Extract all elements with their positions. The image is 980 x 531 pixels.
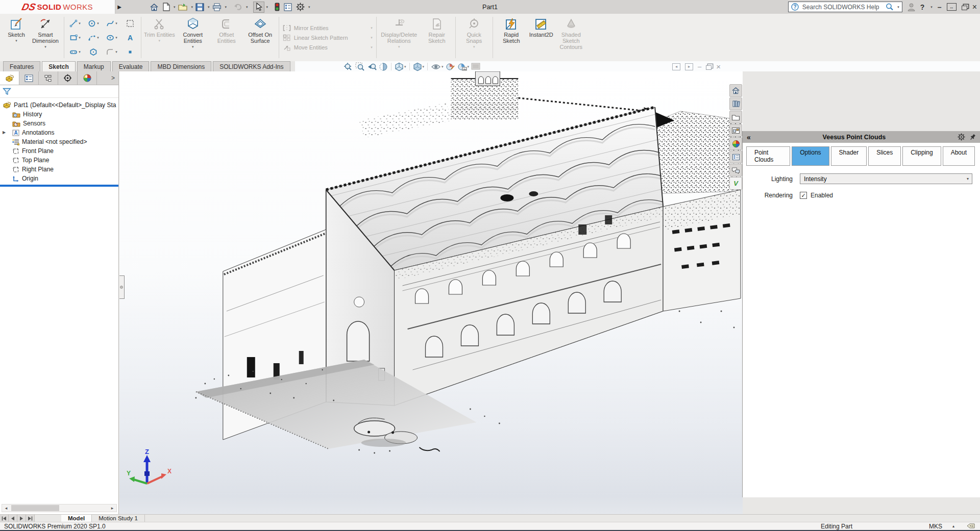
display-style-button[interactable]: ▾ (413, 62, 425, 71)
slot-caret[interactable]: ▾ (79, 50, 81, 54)
restore-button[interactable]: ↔ (947, 3, 957, 11)
spline-tool[interactable]: ▾ (103, 16, 121, 31)
slot-tool[interactable]: ▾ (66, 45, 84, 59)
rectangle-tool[interactable]: ▾ (66, 31, 84, 45)
feature-tree-hscrollbar[interactable]: ◂ ▸ (2, 504, 117, 512)
doc-restore-button[interactable] (706, 65, 712, 70)
line-tool[interactable]: ▾ (66, 16, 84, 31)
home-button[interactable] (148, 2, 160, 13)
circle-caret[interactable]: ▾ (97, 21, 99, 26)
tree-item-front-plane[interactable]: Front Plane (0, 146, 118, 156)
tab-markup[interactable]: Markup (77, 61, 111, 71)
tab-point-clouds[interactable]: Point Clouds (746, 146, 790, 166)
tab-mbd-dimensions[interactable]: MBD Dimensions (151, 61, 211, 71)
apply-scene-caret[interactable]: ▾ (468, 65, 470, 69)
smart-dimension-caret[interactable]: ▾ (44, 45, 46, 49)
menu-flyout-button[interactable]: ▶ (115, 4, 124, 10)
tree-item-annotations[interactable]: ▶ A Annotations (0, 128, 118, 137)
taskpane-view-palette-button[interactable] (729, 124, 742, 137)
panel-splitter-handle[interactable] (119, 275, 125, 299)
search-box[interactable]: ? ▾ (788, 2, 902, 12)
close-button[interactable]: × (972, 3, 977, 12)
point-tool[interactable] (121, 45, 139, 59)
pane-right-button[interactable]: ▸ (685, 63, 693, 70)
display-style-caret[interactable]: ▾ (423, 65, 425, 69)
units-caret-icon[interactable]: ▴ (952, 524, 954, 528)
view-orientation-caret[interactable]: ▾ (404, 65, 406, 69)
select-caret[interactable]: ▾ (266, 5, 268, 9)
save-button[interactable] (194, 2, 206, 13)
print-caret[interactable]: ▾ (225, 5, 227, 9)
tab-solidworks-add-ins[interactable]: SOLIDWORKS Add-Ins (213, 61, 290, 71)
tree-root-part[interactable]: Part1 (Default<<Default>_Display Sta (0, 100, 118, 110)
convert-caret[interactable]: ▾ (192, 45, 194, 49)
tree-item-right-plane[interactable]: Right Plane (0, 165, 118, 174)
sketch-picture-tool[interactable] (121, 16, 139, 31)
propertymanager-tab[interactable] (19, 71, 39, 85)
dimxpertmanager-tab[interactable] (58, 71, 78, 85)
rectangle-caret[interactable]: ▾ (79, 36, 81, 40)
tree-item-top-plane[interactable]: Top Plane (0, 156, 118, 165)
taskpane-file-explorer-button[interactable] (729, 111, 742, 123)
polygon-tool[interactable] (84, 45, 103, 59)
minimize-button[interactable]: – (938, 3, 942, 11)
doc-minimize-button[interactable]: – (698, 63, 701, 70)
pane-left-button[interactable]: ◂ (672, 63, 680, 70)
undo-button[interactable] (232, 2, 244, 13)
tab-options[interactable]: Options (792, 146, 829, 166)
text-tool[interactable]: A (121, 31, 139, 45)
fillet-tool[interactable]: ▾ (103, 45, 121, 59)
convert-entities-button[interactable]: Convert Entities ▾ (177, 14, 209, 61)
point-cloud-model[interactable] (119, 71, 743, 514)
new-file-button[interactable] (161, 2, 172, 13)
taskpane-veesus-button[interactable]: V (729, 177, 742, 190)
spline-caret[interactable]: ▾ (115, 21, 117, 26)
previous-view-button[interactable] (367, 62, 377, 71)
tree-item-history[interactable]: History (0, 110, 118, 119)
open-file-caret[interactable]: ▾ (191, 5, 193, 9)
zoom-fit-button[interactable] (344, 62, 353, 71)
tab-about[interactable]: About (943, 146, 975, 166)
hide-show-items-button[interactable]: ▾ (431, 63, 444, 71)
graphics-viewport[interactable]: Z X Y V (119, 71, 743, 514)
arc-caret[interactable]: ▾ (97, 36, 99, 40)
edit-appearance-button[interactable] (446, 62, 455, 71)
undo-caret[interactable]: ▾ (246, 5, 248, 9)
lighting-select[interactable]: Intensity ▾ (800, 173, 972, 184)
motion-study-tab[interactable]: Motion Study 1 (92, 515, 145, 522)
prev-tab-button[interactable] (9, 515, 17, 522)
ellipse-tool[interactable]: ▾ (103, 31, 121, 45)
select-button[interactable] (253, 2, 264, 13)
instant2d-button[interactable]: Instant2D (529, 14, 553, 61)
expand-tabs-button[interactable]: > (97, 71, 118, 85)
model-tab[interactable]: Model (61, 515, 92, 522)
rebuild-button[interactable] (273, 2, 281, 13)
file-properties-button[interactable] (282, 2, 293, 13)
help-caret[interactable]: ▾ (930, 5, 933, 9)
options-caret[interactable]: ▾ (308, 5, 310, 9)
taskpane-custom-properties-button[interactable] (729, 150, 742, 163)
offset-on-surface-button[interactable]: Offset On Surface (244, 14, 276, 61)
search-caret[interactable]: ▾ (897, 5, 899, 9)
open-file-button[interactable] (177, 2, 189, 13)
apply-scene-button[interactable]: ▾ (457, 62, 470, 71)
first-tab-button[interactable] (0, 515, 9, 522)
arc-tool[interactable]: ▾ (84, 31, 103, 45)
configurationmanager-tab[interactable] (39, 71, 58, 85)
last-tab-button[interactable] (26, 515, 35, 522)
circle-tool[interactable]: ▾ (84, 16, 103, 31)
rendering-enabled-checkbox[interactable]: ✓ (800, 192, 807, 199)
expander-icon[interactable]: ▶ (3, 130, 6, 135)
section-view-button[interactable] (379, 62, 388, 71)
smart-dimension-button[interactable]: Smart Dimension ▾ (30, 14, 61, 61)
sketch-caret[interactable]: ▾ (15, 39, 17, 43)
cascade-windows-button[interactable] (962, 6, 967, 10)
hide-show-caret[interactable]: ▾ (442, 65, 444, 69)
tag-icon[interactable] (967, 523, 975, 530)
save-caret[interactable]: ▾ (208, 5, 210, 9)
scrollbar-thumb[interactable] (11, 505, 59, 511)
sketch-button[interactable]: Sketch ▾ (5, 14, 28, 61)
tree-item-sensors[interactable]: Sensors (0, 119, 118, 128)
view-orientation-button[interactable]: ▾ (395, 62, 406, 71)
tree-item-origin[interactable]: Origin (0, 174, 118, 183)
